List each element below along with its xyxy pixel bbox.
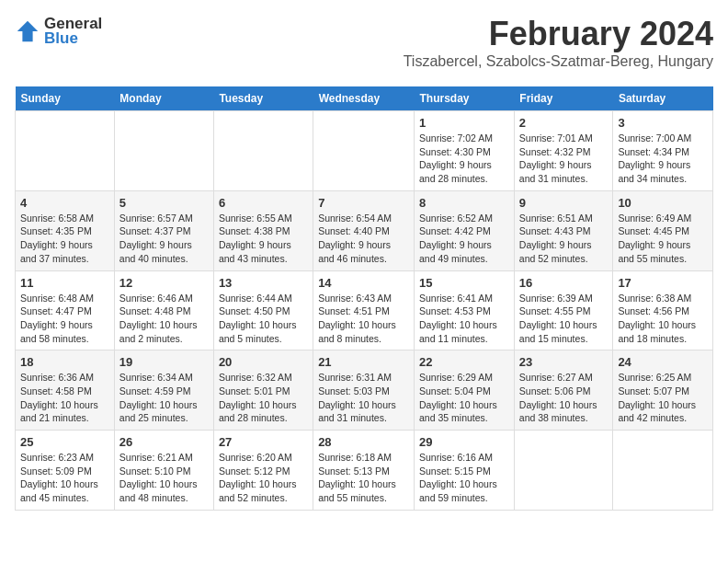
day-number: 18 <box>20 355 109 369</box>
calendar-cell: 12Sunrise: 6:46 AMSunset: 4:48 PMDayligh… <box>114 270 213 350</box>
calendar-week-row: 4Sunrise: 6:58 AMSunset: 4:35 PMDaylight… <box>16 190 713 270</box>
logo-icon <box>15 18 40 44</box>
day-number: 8 <box>419 196 509 210</box>
day-info: Sunrise: 6:29 AMSunset: 5:04 PMDaylight:… <box>419 371 509 425</box>
calendar-cell: 8Sunrise: 6:52 AMSunset: 4:42 PMDaylight… <box>415 190 515 270</box>
logo-block: General Blue <box>15 15 102 48</box>
calendar-cell: 14Sunrise: 6:43 AMSunset: 4:51 PMDayligh… <box>313 270 415 350</box>
day-number: 19 <box>119 355 209 369</box>
calendar-cell: 9Sunrise: 6:51 AMSunset: 4:43 PMDaylight… <box>514 190 613 270</box>
day-number: 5 <box>119 196 209 210</box>
calendar-table: SundayMondayTuesdayWednesdayThursdayFrid… <box>15 86 713 511</box>
day-info: Sunrise: 6:43 AMSunset: 4:51 PMDaylight:… <box>318 292 409 346</box>
calendar-week-row: 11Sunrise: 6:48 AMSunset: 4:47 PMDayligh… <box>16 270 713 350</box>
day-number: 4 <box>20 196 109 210</box>
day-number: 20 <box>219 355 308 369</box>
calendar-cell <box>213 111 313 191</box>
calendar-cell <box>313 111 415 191</box>
day-info: Sunrise: 6:34 AMSunset: 4:59 PMDaylight:… <box>119 371 209 425</box>
calendar-cell: 29Sunrise: 6:16 AMSunset: 5:15 PMDayligh… <box>415 431 515 511</box>
calendar-week-row: 1Sunrise: 7:02 AMSunset: 4:30 PMDaylight… <box>16 111 713 191</box>
day-number: 23 <box>519 355 609 369</box>
column-header-tuesday: Tuesday <box>213 86 313 111</box>
calendar-week-row: 25Sunrise: 6:23 AMSunset: 5:09 PMDayligh… <box>16 431 713 511</box>
day-info: Sunrise: 6:49 AMSunset: 4:45 PMDaylight:… <box>618 212 708 266</box>
calendar-cell: 4Sunrise: 6:58 AMSunset: 4:35 PMDaylight… <box>16 190 115 270</box>
day-info: Sunrise: 6:48 AMSunset: 4:47 PMDaylight:… <box>20 292 109 346</box>
day-info: Sunrise: 6:55 AMSunset: 4:38 PMDaylight:… <box>219 212 308 266</box>
calendar-cell: 1Sunrise: 7:02 AMSunset: 4:30 PMDaylight… <box>415 111 515 191</box>
calendar-cell: 26Sunrise: 6:21 AMSunset: 5:10 PMDayligh… <box>114 431 213 511</box>
day-info: Sunrise: 6:32 AMSunset: 5:01 PMDaylight:… <box>219 371 308 425</box>
calendar-cell: 3Sunrise: 7:00 AMSunset: 4:34 PMDaylight… <box>613 111 713 191</box>
calendar-cell: 24Sunrise: 6:25 AMSunset: 5:07 PMDayligh… <box>613 350 713 431</box>
day-info: Sunrise: 6:16 AMSunset: 5:15 PMDaylight:… <box>419 451 509 505</box>
calendar-cell: 6Sunrise: 6:55 AMSunset: 4:38 PMDaylight… <box>213 190 313 270</box>
svg-marker-0 <box>17 21 38 41</box>
day-number: 15 <box>419 276 509 290</box>
column-header-saturday: Saturday <box>613 86 713 111</box>
day-info: Sunrise: 6:27 AMSunset: 5:06 PMDaylight:… <box>519 371 609 425</box>
day-info: Sunrise: 6:58 AMSunset: 4:35 PMDaylight:… <box>20 212 109 266</box>
day-number: 24 <box>618 355 708 369</box>
calendar-header-row: SundayMondayTuesdayWednesdayThursdayFrid… <box>16 86 713 111</box>
calendar-cell: 10Sunrise: 6:49 AMSunset: 4:45 PMDayligh… <box>613 190 713 270</box>
calendar-cell: 7Sunrise: 6:54 AMSunset: 4:40 PMDaylight… <box>313 190 415 270</box>
calendar-cell: 19Sunrise: 6:34 AMSunset: 4:59 PMDayligh… <box>114 350 213 431</box>
day-number: 29 <box>419 435 509 449</box>
day-info: Sunrise: 6:25 AMSunset: 5:07 PMDaylight:… <box>618 371 708 425</box>
day-number: 7 <box>318 196 409 210</box>
calendar-body: 1Sunrise: 7:02 AMSunset: 4:30 PMDaylight… <box>16 111 713 511</box>
day-info: Sunrise: 6:21 AMSunset: 5:10 PMDaylight:… <box>119 451 209 505</box>
calendar-cell: 5Sunrise: 6:57 AMSunset: 4:37 PMDaylight… <box>114 190 213 270</box>
day-info: Sunrise: 6:41 AMSunset: 4:53 PMDaylight:… <box>419 292 509 346</box>
day-number: 25 <box>20 435 109 449</box>
day-number: 10 <box>618 196 708 210</box>
day-number: 11 <box>20 276 109 290</box>
day-number: 22 <box>419 355 509 369</box>
calendar-cell: 23Sunrise: 6:27 AMSunset: 5:06 PMDayligh… <box>514 350 613 431</box>
calendar-cell: 2Sunrise: 7:01 AMSunset: 4:32 PMDaylight… <box>514 111 613 191</box>
day-number: 6 <box>219 196 308 210</box>
day-number: 21 <box>318 355 409 369</box>
day-number: 16 <box>519 276 609 290</box>
day-info: Sunrise: 6:23 AMSunset: 5:09 PMDaylight:… <box>20 451 109 505</box>
day-info: Sunrise: 6:51 AMSunset: 4:43 PMDaylight:… <box>519 212 609 266</box>
day-info: Sunrise: 7:02 AMSunset: 4:30 PMDaylight:… <box>419 132 509 186</box>
calendar-cell: 15Sunrise: 6:41 AMSunset: 4:53 PMDayligh… <box>415 270 515 350</box>
day-number: 9 <box>519 196 609 210</box>
calendar-cell: 18Sunrise: 6:36 AMSunset: 4:58 PMDayligh… <box>16 350 115 431</box>
column-header-thursday: Thursday <box>415 86 515 111</box>
day-number: 13 <box>219 276 308 290</box>
title-block: February 2024 Tiszabercel, Szabolcs-Szat… <box>404 15 713 77</box>
day-info: Sunrise: 6:18 AMSunset: 5:13 PMDaylight:… <box>318 451 409 505</box>
calendar-cell: 17Sunrise: 6:38 AMSunset: 4:56 PMDayligh… <box>613 270 713 350</box>
calendar-cell: 13Sunrise: 6:44 AMSunset: 4:50 PMDayligh… <box>213 270 313 350</box>
calendar-cell <box>16 111 115 191</box>
calendar-cell: 11Sunrise: 6:48 AMSunset: 4:47 PMDayligh… <box>16 270 115 350</box>
day-number: 1 <box>419 116 509 130</box>
day-info: Sunrise: 6:46 AMSunset: 4:48 PMDaylight:… <box>119 292 209 346</box>
main-title: February 2024 <box>404 15 713 53</box>
day-info: Sunrise: 6:31 AMSunset: 5:03 PMDaylight:… <box>318 371 409 425</box>
calendar-cell: 20Sunrise: 6:32 AMSunset: 5:01 PMDayligh… <box>213 350 313 431</box>
calendar-cell: 21Sunrise: 6:31 AMSunset: 5:03 PMDayligh… <box>313 350 415 431</box>
sub-title: Tiszabercel, Szabolcs-Szatmar-Bereg, Hun… <box>404 53 713 70</box>
day-number: 17 <box>618 276 708 290</box>
calendar-cell: 28Sunrise: 6:18 AMSunset: 5:13 PMDayligh… <box>313 431 415 511</box>
day-info: Sunrise: 6:36 AMSunset: 4:58 PMDaylight:… <box>20 371 109 425</box>
day-info: Sunrise: 6:52 AMSunset: 4:42 PMDaylight:… <box>419 212 509 266</box>
day-info: Sunrise: 7:01 AMSunset: 4:32 PMDaylight:… <box>519 132 609 186</box>
calendar-cell: 27Sunrise: 6:20 AMSunset: 5:12 PMDayligh… <box>213 431 313 511</box>
day-info: Sunrise: 6:54 AMSunset: 4:40 PMDaylight:… <box>318 212 409 266</box>
day-info: Sunrise: 6:57 AMSunset: 4:37 PMDaylight:… <box>119 212 209 266</box>
calendar-cell: 22Sunrise: 6:29 AMSunset: 5:04 PMDayligh… <box>415 350 515 431</box>
calendar-week-row: 18Sunrise: 6:36 AMSunset: 4:58 PMDayligh… <box>16 350 713 431</box>
day-number: 26 <box>119 435 209 449</box>
calendar-cell: 25Sunrise: 6:23 AMSunset: 5:09 PMDayligh… <box>16 431 115 511</box>
day-info: Sunrise: 7:00 AMSunset: 4:34 PMDaylight:… <box>618 132 708 186</box>
day-info: Sunrise: 6:20 AMSunset: 5:12 PMDaylight:… <box>219 451 308 505</box>
day-info: Sunrise: 6:39 AMSunset: 4:55 PMDaylight:… <box>519 292 609 346</box>
day-number: 27 <box>219 435 308 449</box>
day-info: Sunrise: 6:44 AMSunset: 4:50 PMDaylight:… <box>219 292 308 346</box>
